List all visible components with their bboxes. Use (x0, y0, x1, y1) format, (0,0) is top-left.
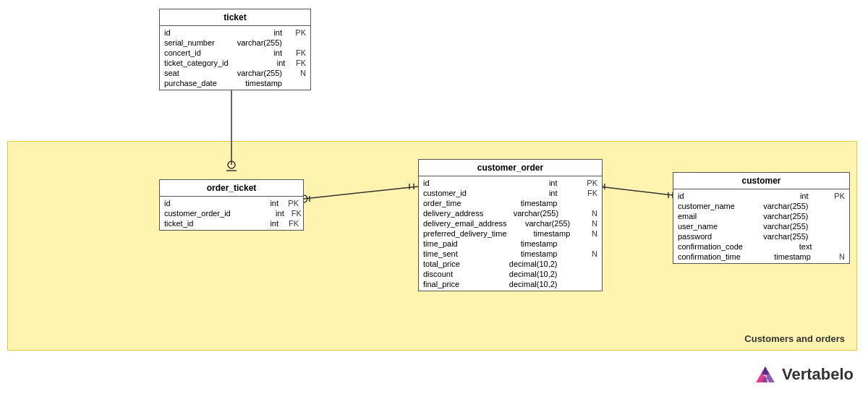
table-row: id int PK (673, 191, 849, 201)
diagram-canvas: Customers and orders ticket (0, 0, 868, 394)
table-row: confirmation_code text (673, 241, 849, 252)
table-order-ticket-body: id int PK customer_order_id int FK ticke… (160, 197, 303, 230)
table-row: id int PK (160, 27, 310, 38)
table-row: preferred_delivery_time timestamp N (419, 228, 602, 239)
table-row: user_name varchar(255) (673, 221, 849, 231)
table-row: customer_name varchar(255) (673, 201, 849, 211)
table-row: seat varchar(255) N (160, 68, 310, 78)
table-row: delivery_address varchar(255) N (419, 208, 602, 218)
table-row: ticket_category_id int FK (160, 58, 310, 68)
table-row: ticket_id int FK (160, 218, 303, 228)
table-row: final_price decimal(10,2) (419, 279, 602, 289)
vertabelo-logo: Vertabelo (753, 362, 854, 387)
table-row: order_time timestamp (419, 198, 602, 208)
table-row: customer_order_id int FK (160, 208, 303, 218)
table-row: total_price decimal(10,2) (419, 259, 602, 269)
table-row: concert_id int FK (160, 48, 310, 58)
table-row: id int PK (160, 198, 303, 208)
table-customer: customer id int PK customer_name varchar… (673, 172, 850, 264)
table-order-ticket: order_ticket id int PK customer_order_id… (159, 179, 304, 231)
table-order-ticket-header: order_ticket (160, 180, 303, 197)
table-row: time_paid timestamp (419, 239, 602, 249)
table-row: serial_number varchar(255) (160, 38, 310, 48)
table-customer-body: id int PK customer_name varchar(255) ema… (673, 189, 849, 263)
table-row: customer_id int FK (419, 188, 602, 198)
table-row: password varchar(255) (673, 231, 849, 241)
table-row: purchase_date timestamp (160, 78, 310, 88)
table-customer-order-header: customer_order (419, 160, 602, 176)
table-row: email varchar(255) (673, 211, 849, 221)
table-row: time_sent timestamp N (419, 249, 602, 259)
vertabelo-logo-icon (753, 362, 778, 387)
table-customer-order-body: id int PK customer_id int FK order_time … (419, 176, 602, 291)
table-row: discount decimal(10,2) (419, 269, 602, 279)
table-customer-order: customer_order id int PK customer_id int… (418, 159, 603, 291)
table-row: confirmation_time timestamp N (673, 252, 849, 262)
table-ticket-body: id int PK serial_number varchar(255) con… (160, 26, 310, 90)
vertabelo-logo-text: Vertabelo (782, 365, 854, 384)
table-customer-header: customer (673, 173, 849, 189)
table-ticket-header: ticket (160, 9, 310, 26)
table-row: id int PK (419, 178, 602, 188)
group-label: Customers and orders (744, 333, 845, 344)
table-row: delivery_email_address varchar(255) N (419, 218, 602, 228)
table-ticket: ticket id int PK serial_number varchar(2… (159, 9, 311, 90)
